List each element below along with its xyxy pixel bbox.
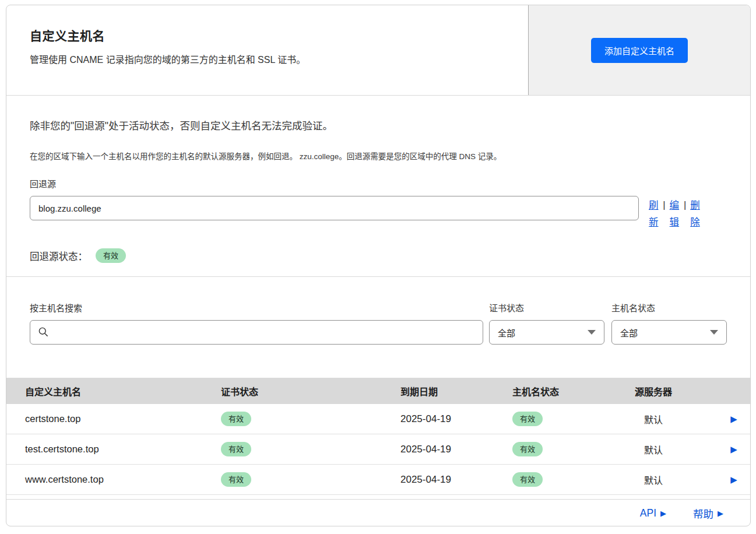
hostname-table: 自定义主机名 证书状态 到期日期 主机名状态 源服务器 certstone.to… xyxy=(6,378,750,495)
fallback-status-label: 回退源状态： xyxy=(30,249,87,263)
api-link-label: API xyxy=(640,507,656,519)
refresh-link[interactable]: 刷新 xyxy=(649,197,659,231)
chevron-right-icon: ▶ xyxy=(718,509,723,518)
col-header-origin: 源服务器 xyxy=(635,384,718,398)
fallback-status-badge: 有效 xyxy=(96,248,126,264)
expand-row-icon[interactable]: ▶ xyxy=(718,445,750,454)
hostname-cell: test.certstone.top xyxy=(25,444,221,455)
cert-status-filter-group: 证书状态 全部 xyxy=(489,301,604,345)
hostname-status-badge: 有效 xyxy=(512,442,543,457)
edit-link[interactable]: 编辑 xyxy=(670,197,680,231)
cert-status-selected-value: 全部 xyxy=(498,326,515,339)
fallback-origin-section: 除非您的"回退源"处于活动状态，否则自定义主机名无法完成验证。 在您的区域下输入… xyxy=(6,96,750,277)
action-separator: | xyxy=(684,197,686,212)
header-text-area: 自定义主机名 管理使用 CNAME 记录指向您的域的第三方的主机名和 SSL 证… xyxy=(6,5,528,95)
api-link[interactable]: API ▶ xyxy=(640,507,666,519)
search-input[interactable] xyxy=(30,320,483,345)
table-header-row: 自定义主机名 证书状态 到期日期 主机名状态 源服务器 xyxy=(6,378,750,404)
fallback-origin-label: 回退源 xyxy=(30,177,727,189)
chevron-down-icon xyxy=(588,330,596,335)
help-link-label: 帮助 xyxy=(693,506,713,521)
hostname-status-label: 主机名状态 xyxy=(611,301,727,314)
hostname-status-selected-value: 全部 xyxy=(620,326,638,339)
expand-row-icon[interactable]: ▶ xyxy=(718,414,750,423)
card-header: 自定义主机名 管理使用 CNAME 记录指向您的域的第三方的主机名和 SSL 证… xyxy=(6,5,750,96)
hostname-status-badge: 有效 xyxy=(512,472,543,487)
page-description: 管理使用 CNAME 记录指向您的域的第三方的主机名和 SSL 证书。 xyxy=(30,52,505,66)
cert-status-badge: 有效 xyxy=(221,472,251,487)
hostname-cell: certstone.top xyxy=(25,413,221,424)
cert-status-label: 证书状态 xyxy=(489,301,604,314)
hostname-status-filter-group: 主机名状态 全部 xyxy=(611,301,727,345)
col-header-cert-status: 证书状态 xyxy=(221,384,400,398)
fallback-notice: 除非您的"回退源"处于活动状态，否则自定义主机名无法完成验证。 xyxy=(30,118,727,132)
origin-cell: 默认 xyxy=(635,473,718,487)
fallback-status-row: 回退源状态： 有效 xyxy=(30,248,727,264)
col-header-hostname: 自定义主机名 xyxy=(25,384,221,398)
expiry-cell: 2025-04-19 xyxy=(400,474,512,486)
hostname-status-badge: 有效 xyxy=(512,412,543,427)
search-icon xyxy=(38,326,49,338)
col-header-expiry: 到期日期 xyxy=(400,384,512,398)
table-row: certstone.top 有效 2025-04-19 有效 默认 ▶ xyxy=(6,404,750,434)
cert-status-select[interactable]: 全部 xyxy=(489,320,604,345)
fallback-origin-row: 刷新 | 编辑 | 删除 xyxy=(30,196,727,231)
cert-status-badge: 有效 xyxy=(221,412,251,427)
header-action-panel: 添加自定义主机名 xyxy=(528,5,750,95)
hostname-cell: www.certstone.top xyxy=(25,474,221,485)
col-header-hostname-status: 主机名状态 xyxy=(512,384,635,398)
action-separator: | xyxy=(663,197,665,212)
expiry-cell: 2025-04-19 xyxy=(400,413,512,425)
filters-section: 按主机名搜索 证书状态 全部 主机名状态 全部 xyxy=(6,277,750,378)
search-label: 按主机名搜索 xyxy=(30,301,483,314)
expiry-cell: 2025-04-19 xyxy=(400,444,512,455)
table-row: test.certstone.top 有效 2025-04-19 有效 默认 ▶ xyxy=(6,434,750,465)
expand-row-icon[interactable]: ▶ xyxy=(718,475,750,484)
origin-cell: 默认 xyxy=(635,442,718,456)
fallback-hint: 在您的区域下输入一个主机名以用作您的主机名的默认源服务器，例如回退。 zzu.c… xyxy=(30,150,727,161)
add-custom-hostname-button[interactable]: 添加自定义主机名 xyxy=(591,38,688,63)
hostname-status-select[interactable]: 全部 xyxy=(611,320,727,345)
card-footer: API ▶ 帮助 ▶ xyxy=(6,499,750,526)
origin-cell: 默认 xyxy=(635,412,718,426)
table-row: www.certstone.top 有效 2025-04-19 有效 默认 ▶ xyxy=(6,465,750,495)
search-box xyxy=(30,320,483,345)
fallback-actions: 刷新 | 编辑 | 删除 xyxy=(649,196,701,231)
chevron-down-icon xyxy=(710,330,718,335)
chevron-right-icon: ▶ xyxy=(660,509,666,518)
delete-link[interactable]: 删除 xyxy=(690,197,700,231)
fallback-origin-input[interactable] xyxy=(30,196,639,220)
page-title: 自定义主机名 xyxy=(30,26,505,44)
search-group: 按主机名搜索 xyxy=(30,301,483,345)
custom-hostnames-card: 自定义主机名 管理使用 CNAME 记录指向您的域的第三方的主机名和 SSL 证… xyxy=(6,5,751,526)
help-link[interactable]: 帮助 ▶ xyxy=(693,506,723,521)
cert-status-badge: 有效 xyxy=(221,442,251,457)
